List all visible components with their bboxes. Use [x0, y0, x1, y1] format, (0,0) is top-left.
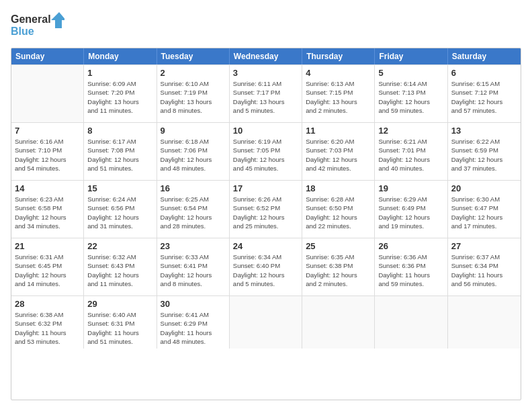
day-info: Sunrise: 6:30 AMSunset: 6:47 PMDaylight:… [451, 195, 517, 230]
day-info: Sunrise: 6:28 AMSunset: 6:50 PMDaylight:… [306, 195, 371, 230]
day-number: 1 [87, 68, 152, 78]
day-number: 30 [161, 299, 226, 309]
day-cell-19: 19Sunrise: 6:29 AMSunset: 6:49 PMDayligh… [375, 181, 447, 238]
day-number: 16 [161, 183, 226, 193]
calendar-row-2: 7Sunrise: 6:16 AMSunset: 7:10 PMDaylight… [11, 122, 521, 180]
day-cell-23: 23Sunrise: 6:33 AMSunset: 6:41 PMDayligh… [157, 238, 230, 295]
day-info: Sunrise: 6:32 AMSunset: 6:43 PMDaylight:… [87, 253, 152, 288]
header-day-saturday: Saturday [448, 48, 521, 64]
empty-cell [302, 296, 375, 349]
day-info: Sunrise: 6:23 AMSunset: 6:58 PMDaylight:… [15, 195, 80, 230]
day-info: Sunrise: 6:11 AMSunset: 7:17 PMDaylight:… [233, 79, 298, 115]
logo-svg: General Blue [11, 11, 64, 41]
svg-text:General: General [11, 13, 51, 25]
day-number: 26 [378, 241, 443, 251]
day-number: 18 [306, 183, 371, 193]
empty-cell [230, 296, 302, 349]
day-cell-18: 18Sunrise: 6:28 AMSunset: 6:50 PMDayligh… [302, 181, 375, 238]
day-info: Sunrise: 6:33 AMSunset: 6:41 PMDaylight:… [161, 253, 226, 288]
day-cell-14: 14Sunrise: 6:23 AMSunset: 6:58 PMDayligh… [11, 181, 84, 238]
day-cell-12: 12Sunrise: 6:21 AMSunset: 7:01 PMDayligh… [375, 123, 447, 180]
day-info: Sunrise: 6:31 AMSunset: 6:45 PMDaylight:… [15, 253, 80, 288]
day-cell-27: 27Sunrise: 6:37 AMSunset: 6:34 PMDayligh… [448, 238, 521, 295]
day-number: 25 [306, 241, 371, 251]
day-number: 14 [15, 183, 80, 193]
day-info: Sunrise: 6:34 AMSunset: 6:40 PMDaylight:… [233, 253, 298, 288]
day-cell-6: 6Sunrise: 6:15 AMSunset: 7:12 PMDaylight… [448, 65, 521, 122]
day-number: 7 [15, 126, 80, 136]
calendar-body: 1Sunrise: 6:09 AMSunset: 7:20 PMDaylight… [11, 64, 521, 349]
day-number: 10 [233, 126, 298, 136]
day-number: 2 [161, 68, 226, 78]
day-number: 6 [451, 68, 517, 78]
day-number: 21 [15, 241, 80, 251]
day-cell-16: 16Sunrise: 6:25 AMSunset: 6:54 PMDayligh… [157, 181, 230, 238]
day-cell-4: 4Sunrise: 6:13 AMSunset: 7:15 PMDaylight… [302, 65, 375, 122]
day-number: 9 [161, 126, 226, 136]
day-info: Sunrise: 6:41 AMSunset: 6:29 PMDaylight:… [161, 310, 226, 346]
svg-text:Blue: Blue [11, 26, 34, 37]
day-number: 12 [378, 126, 443, 136]
day-info: Sunrise: 6:35 AMSunset: 6:38 PMDaylight:… [306, 253, 371, 288]
day-info: Sunrise: 6:18 AMSunset: 7:06 PMDaylight:… [161, 137, 226, 173]
day-cell-17: 17Sunrise: 6:26 AMSunset: 6:52 PMDayligh… [230, 181, 302, 238]
empty-cell [375, 296, 447, 349]
day-number: 28 [15, 299, 80, 309]
day-info: Sunrise: 6:17 AMSunset: 7:08 PMDaylight:… [87, 137, 152, 173]
day-number: 4 [306, 68, 371, 78]
day-info: Sunrise: 6:19 AMSunset: 7:05 PMDaylight:… [233, 137, 298, 173]
day-cell-7: 7Sunrise: 6:16 AMSunset: 7:10 PMDaylight… [11, 123, 84, 180]
day-cell-21: 21Sunrise: 6:31 AMSunset: 6:45 PMDayligh… [11, 238, 84, 295]
day-info: Sunrise: 6:09 AMSunset: 7:20 PMDaylight:… [87, 79, 152, 115]
day-cell-24: 24Sunrise: 6:34 AMSunset: 6:40 PMDayligh… [230, 238, 302, 295]
day-cell-22: 22Sunrise: 6:32 AMSunset: 6:43 PMDayligh… [84, 238, 157, 295]
day-cell-2: 2Sunrise: 6:10 AMSunset: 7:19 PMDaylight… [157, 65, 230, 122]
calendar-row-3: 14Sunrise: 6:23 AMSunset: 6:58 PMDayligh… [11, 180, 521, 238]
header-day-friday: Friday [375, 48, 447, 64]
day-info: Sunrise: 6:40 AMSunset: 6:31 PMDaylight:… [87, 310, 152, 346]
day-cell-15: 15Sunrise: 6:24 AMSunset: 6:56 PMDayligh… [84, 181, 157, 238]
day-info: Sunrise: 6:29 AMSunset: 6:49 PMDaylight:… [378, 195, 443, 230]
header-day-wednesday: Wednesday [230, 48, 302, 64]
empty-cell [11, 65, 84, 122]
day-info: Sunrise: 6:36 AMSunset: 6:36 PMDaylight:… [378, 253, 443, 288]
header-day-tuesday: Tuesday [157, 48, 230, 64]
calendar: SundayMondayTuesdayWednesdayThursdayFrid… [11, 48, 521, 400]
day-info: Sunrise: 6:22 AMSunset: 6:59 PMDaylight:… [451, 137, 517, 173]
day-cell-26: 26Sunrise: 6:36 AMSunset: 6:36 PMDayligh… [375, 238, 447, 295]
day-cell-3: 3Sunrise: 6:11 AMSunset: 7:17 PMDaylight… [230, 65, 302, 122]
page-header: General Blue [11, 11, 521, 41]
day-info: Sunrise: 6:10 AMSunset: 7:19 PMDaylight:… [161, 79, 226, 115]
day-number: 19 [378, 183, 443, 193]
day-info: Sunrise: 6:13 AMSunset: 7:15 PMDaylight:… [306, 79, 371, 115]
day-cell-28: 28Sunrise: 6:38 AMSunset: 6:32 PMDayligh… [11, 296, 84, 349]
day-cell-10: 10Sunrise: 6:19 AMSunset: 7:05 PMDayligh… [230, 123, 302, 180]
day-cell-30: 30Sunrise: 6:41 AMSunset: 6:29 PMDayligh… [157, 296, 230, 349]
calendar-row-4: 21Sunrise: 6:31 AMSunset: 6:45 PMDayligh… [11, 238, 521, 295]
day-number: 11 [306, 126, 371, 136]
day-cell-5: 5Sunrise: 6:14 AMSunset: 7:13 PMDaylight… [375, 65, 447, 122]
day-info: Sunrise: 6:20 AMSunset: 7:03 PMDaylight:… [306, 137, 371, 173]
day-number: 20 [451, 183, 517, 193]
day-info: Sunrise: 6:15 AMSunset: 7:12 PMDaylight:… [451, 79, 517, 115]
svg-marker-2 [51, 12, 64, 28]
day-info: Sunrise: 6:21 AMSunset: 7:01 PMDaylight:… [378, 137, 443, 173]
day-number: 15 [87, 183, 152, 193]
calendar-row-5: 28Sunrise: 6:38 AMSunset: 6:32 PMDayligh… [11, 295, 521, 349]
day-info: Sunrise: 6:38 AMSunset: 6:32 PMDaylight:… [15, 310, 80, 346]
day-info: Sunrise: 6:37 AMSunset: 6:34 PMDaylight:… [451, 253, 517, 288]
day-info: Sunrise: 6:24 AMSunset: 6:56 PMDaylight:… [87, 195, 152, 230]
day-cell-1: 1Sunrise: 6:09 AMSunset: 7:20 PMDaylight… [84, 65, 157, 122]
day-number: 8 [87, 126, 152, 136]
header-day-sunday: Sunday [11, 48, 84, 64]
day-info: Sunrise: 6:25 AMSunset: 6:54 PMDaylight:… [161, 195, 226, 230]
day-number: 24 [233, 241, 298, 251]
header-day-thursday: Thursday [302, 48, 375, 64]
day-number: 27 [451, 241, 517, 251]
day-info: Sunrise: 6:26 AMSunset: 6:52 PMDaylight:… [233, 195, 298, 230]
day-cell-20: 20Sunrise: 6:30 AMSunset: 6:47 PMDayligh… [448, 181, 521, 238]
logo: General Blue [11, 11, 64, 41]
day-cell-9: 9Sunrise: 6:18 AMSunset: 7:06 PMDaylight… [157, 123, 230, 180]
day-number: 13 [451, 126, 517, 136]
day-cell-29: 29Sunrise: 6:40 AMSunset: 6:31 PMDayligh… [84, 296, 157, 349]
